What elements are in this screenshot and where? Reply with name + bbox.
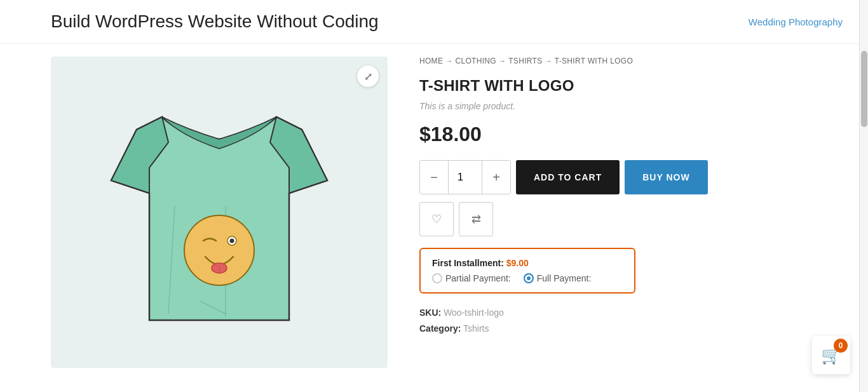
breadcrumb-arrow-2: → [499,57,506,65]
partial-payment-option[interactable]: Partial Payment: [432,273,511,283]
nav-link[interactable]: Wedding Photography [749,17,843,27]
breadcrumb: HOME → CLOTHING → TSHIRTS → T-SHIRT WITH… [419,57,817,65]
category-label: Category: [419,323,461,334]
quantity-input[interactable] [448,160,482,194]
category-row: Category: Tshirts [419,321,817,337]
partial-payment-label: Partial Payment: [445,273,511,283]
product-subtitle: This is a simple product. [419,101,817,111]
installment-label: First Installment: [432,258,504,268]
installment-amount: $9.00 [506,258,529,268]
sku-label: SKU: [419,308,441,318]
breadcrumb-arrow-1: → [445,57,452,65]
installment-title: First Installment: $9.00 [432,258,623,268]
quantity-decrease-button[interactable]: − [420,160,448,194]
product-details: HOME → CLOTHING → TSHIRTS → T-SHIRT WITH… [419,57,817,368]
compare-icon: ⇄ [471,212,481,226]
full-payment-radio[interactable] [524,273,534,283]
sku-row: SKU: Woo-tshirt-logo [419,305,817,321]
site-header: Build WordPress Website Without Coding W… [0,0,868,44]
site-title: Build WordPress Website Without Coding [51,11,379,32]
quantity-increase-button[interactable]: + [482,160,510,194]
heart-icon: ♡ [431,212,442,226]
breadcrumb-tshirts[interactable]: TSHIRTS [508,57,542,65]
breadcrumb-home[interactable]: HOME [419,57,443,65]
svg-point-3 [184,215,254,285]
installment-box: First Installment: $9.00 Partial Payment… [419,248,635,294]
expand-button[interactable]: ⤢ [357,65,379,87]
main-content: ⤢ [0,44,868,381]
payment-options: Partial Payment: Full Payment: [432,273,623,283]
breadcrumb-arrow-3: → [545,57,552,65]
product-image [51,57,388,368]
secondary-row: ♡ ⇄ [419,202,817,236]
full-payment-option[interactable]: Full Payment: [524,273,592,283]
compare-button[interactable]: ⇄ [459,202,493,236]
sku-value: Woo-tshirt-logo [444,308,504,318]
product-title: T-SHIRT WITH LOGO [419,77,817,95]
full-payment-label: Full Payment: [537,273,592,283]
product-price: $18.00 [419,123,817,146]
add-to-cart-button[interactable]: ADD TO CART [516,160,620,194]
cart-widget[interactable]: 0 🛒 [812,336,850,374]
action-row: − + ADD TO CART BUY NOW [419,160,817,194]
product-image-area: ⤢ [51,57,388,368]
breadcrumb-clothing[interactable]: CLOTHING [456,57,496,65]
wishlist-button[interactable]: ♡ [419,202,454,236]
partial-payment-radio[interactable] [432,273,442,283]
breadcrumb-current: T-SHIRT WITH LOGO [555,57,633,65]
buy-now-button[interactable]: BUY NOW [625,160,707,194]
scrollbar[interactable] [859,0,868,392]
product-meta: SKU: Woo-tshirt-logo Category: Tshirts [419,305,817,337]
expand-icon: ⤢ [364,71,372,83]
cart-count-badge: 0 [834,339,848,353]
scrollbar-thumb[interactable] [861,51,867,127]
quantity-control: − + [419,160,511,194]
svg-point-5 [230,239,234,243]
category-value: Tshirts [463,323,489,334]
